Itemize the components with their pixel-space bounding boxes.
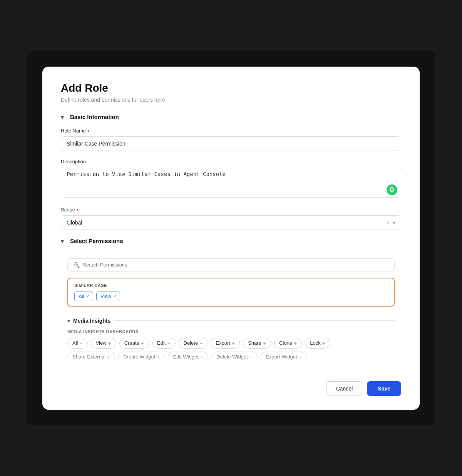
permissions-title: Select Permissions [70,238,123,244]
mi-tag-share-external-plus[interactable]: + [107,354,110,360]
mi-tag-create-plus[interactable]: + [141,340,144,346]
description-wrapper: Permission to View Similar Cases in Agen… [61,167,401,199]
tag-view-close-icon[interactable]: × [114,294,116,298]
description-group: Description Permission to View Similar C… [61,159,401,199]
media-insights-line [114,320,395,321]
mi-tag-all[interactable]: All + [67,338,88,349]
mi-tag-edit-plus[interactable]: + [167,340,170,346]
scope-group: Scope • Global × ▾ [61,207,401,230]
scope-chevron-icon[interactable]: ▾ [393,220,395,226]
mi-tag-create[interactable]: Create + [119,338,149,349]
mi-tag-view-plus[interactable]: + [108,340,111,346]
mi-tag-clone-plus[interactable]: + [294,340,297,346]
similar-case-tags: All × View × [74,292,388,301]
mi-tag-create-widget[interactable]: Create Widget + [118,352,165,362]
role-name-label: Role Name • [61,128,401,134]
mi-tag-lock-plus[interactable]: + [322,340,325,346]
mi-tag-clone[interactable]: Clone + [274,338,302,349]
search-bar: 🔍 [67,258,395,272]
mi-tag-delete[interactable]: Delete + [179,338,208,349]
mi-tag-view[interactable]: View + [91,338,116,349]
media-insights-row1: All + View + Create + Edit + Delete + [67,338,395,349]
scope-select[interactable]: Global × ▾ [61,215,401,230]
modal-container: Add Role Define roles and permissions fo… [42,67,420,410]
basic-info-section-header: ▾ Basic Information [61,114,401,120]
role-name-required: • [87,128,89,134]
similar-case-box: SIMILAR CASE All × View × [67,278,395,307]
role-name-input[interactable] [61,136,401,151]
mi-tag-lock[interactable]: Lock + [305,338,330,349]
basic-info-title: Basic Information [70,114,119,120]
mi-tag-edit-widget-plus[interactable]: + [200,354,203,360]
mi-tag-delete-widget-plus[interactable]: + [249,354,253,360]
cancel-button[interactable]: Cancel [326,381,363,396]
tag-all-label: All [79,293,84,299]
media-insights-group-label: MEDIA INSIGHTS DASHBOARDS [67,329,395,334]
mi-tag-edit[interactable]: Edit + [152,338,176,349]
mi-tag-export-widget[interactable]: Export Widget + [261,352,307,362]
similar-case-tag-view[interactable]: View × [96,292,120,301]
similar-case-tag-all[interactable]: All × [74,292,93,301]
media-insights-header: ▾ Media Insights [67,318,395,324]
media-insights-title: Media Insights [73,318,110,324]
permissions-divider [126,241,401,241]
basic-info-chevron-icon[interactable]: ▾ [61,114,67,120]
basic-info-divider [122,117,401,117]
grammarly-icon: G [387,184,397,195]
permissions-chevron-icon[interactable]: ▾ [61,238,67,244]
mi-tag-export[interactable]: Export + [211,338,240,349]
mi-tag-edit-widget[interactable]: Edit Widget + [168,352,208,362]
tag-all-close-icon[interactable]: × [86,294,89,298]
role-name-group: Role Name • [61,128,401,151]
scope-select-wrapper: Global × ▾ [61,215,401,230]
tag-view-label: View [100,293,111,299]
scope-required: • [77,207,79,213]
scope-label: Scope • [61,207,401,213]
mi-tag-share-external[interactable]: Share External + [67,352,115,362]
scope-clear-icon[interactable]: × [387,220,390,226]
mi-tag-share-plus[interactable]: + [263,340,266,346]
media-insights-row2: Share External + Create Widget + Edit Wi… [67,352,395,362]
modal-subtitle: Define roles and permissions for users h… [61,97,401,103]
search-permissions-input[interactable] [83,262,389,268]
media-insights-chevron-icon[interactable]: ▾ [67,318,70,324]
modal-title: Add Role [61,82,401,94]
mi-tag-create-widget-plus[interactable]: + [157,354,160,360]
mi-tag-all-plus[interactable]: + [79,340,82,346]
mi-tag-share[interactable]: Share + [243,338,271,349]
save-button[interactable]: Save [367,381,401,396]
description-label: Description [61,159,401,164]
mi-tag-delete-widget[interactable]: Delete Widget + [211,352,258,362]
mi-tag-export-plus[interactable]: + [232,340,235,346]
similar-case-label: SIMILAR CASE [74,283,388,288]
mi-tag-delete-plus[interactable]: + [199,340,203,346]
search-icon: 🔍 [73,262,80,268]
permissions-section-header: ▾ Select Permissions [61,238,401,244]
outer-wrapper: Add Role Define roles and permissions fo… [27,51,435,425]
permissions-box: 🔍 SIMILAR CASE All × View × [61,252,401,372]
description-input[interactable]: Permission to View Similar Cases in Agen… [61,167,401,198]
scope-select-actions: × ▾ [387,220,395,226]
modal-footer: Cancel Save [61,381,401,396]
scope-value: Global [67,220,82,226]
mi-tag-export-widget-plus[interactable]: + [299,354,302,360]
permissions-divider-line [67,313,395,313]
